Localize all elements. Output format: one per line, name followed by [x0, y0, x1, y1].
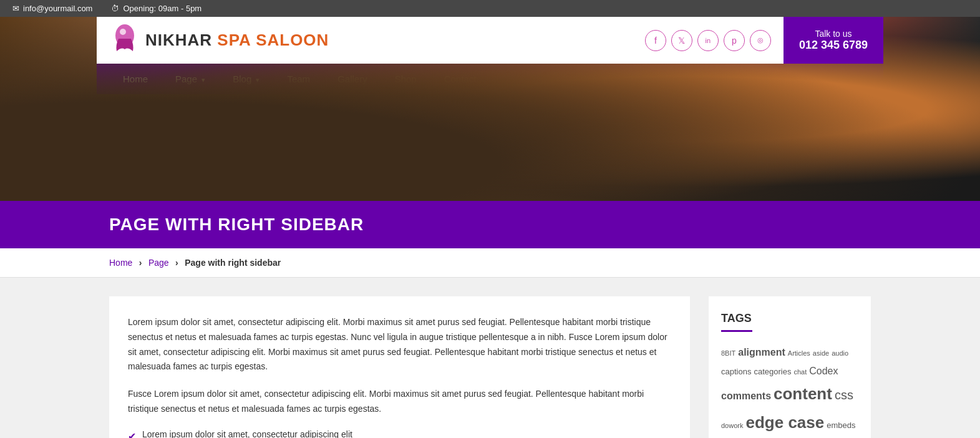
site-header: NIKHAR SPA SALOON f 𝕏 in p ◎ Talk to us … [97, 17, 883, 64]
opening-text: Opening: 09am - 5pm [123, 4, 201, 13]
logo-text: NIKHAR SPA SALOON [145, 31, 329, 50]
facebook-icon[interactable]: f [645, 30, 666, 51]
page-title-banner: PAGE WITH RIGHT SIDEBAR [0, 201, 980, 248]
checkmark-icon: ✔ [128, 431, 136, 438]
tag-aside[interactable]: aside [813, 348, 829, 359]
hero-area: NIKHAR SPA SALOON f 𝕏 in p ◎ Talk to us … [0, 17, 980, 201]
social-icons: f 𝕏 in p ◎ [645, 30, 771, 51]
tag-dowork[interactable]: dowork [721, 421, 743, 432]
logo-saloon: SALOON [251, 31, 329, 49]
linkedin-icon[interactable]: in [697, 30, 719, 51]
instagram-icon[interactable]: ◎ [750, 30, 771, 51]
tags-cloud: 8BIT alignment Articles aside audio capt… [721, 344, 858, 438]
tag-codex[interactable]: Codex [809, 363, 838, 379]
tag-alignment[interactable]: alignment [738, 344, 785, 361]
tags-title: TAGS [721, 312, 858, 325]
pinterest-icon[interactable]: p [724, 30, 745, 51]
main-content: Lorem ipsum dolor sit amet, consectetur … [0, 278, 980, 438]
logo-area: NIKHAR SPA SALOON [109, 23, 329, 57]
tag-comments[interactable]: comments [721, 388, 771, 404]
top-bar: ✉ info@yourmail.com ⏱ Opening: 09am - 5p… [0, 0, 980, 17]
tag-embeds[interactable]: embeds [827, 419, 855, 432]
tag-articles[interactable]: Articles [788, 348, 810, 359]
article-para2: Fusce Lorem ipsum dolor sit amet, consec… [128, 387, 671, 417]
page-title: PAGE WITH RIGHT SIDEBAR [109, 215, 871, 235]
tags-title-underline [721, 330, 752, 332]
logo-spa: SPA [212, 31, 251, 49]
phone-number: 012 345 6789 [799, 39, 868, 52]
logo-icon [109, 23, 140, 57]
tag-8bit[interactable]: 8BIT [721, 348, 735, 359]
article-para1: Lorem ipsum dolor sit amet, consectetur … [128, 315, 671, 374]
header-main: NIKHAR SPA SALOON f 𝕏 in p ◎ [97, 17, 784, 64]
tag-css[interactable]: css [835, 385, 853, 405]
breadcrumb-bar: Home › Page › Page with right sidebar [0, 248, 980, 278]
tag-edge-case[interactable]: edge case [745, 410, 824, 436]
mail-icon: ✉ [12, 4, 19, 13]
twitter-icon[interactable]: 𝕏 [671, 30, 692, 51]
tag-captions[interactable]: captions [721, 366, 751, 379]
email-item: ✉ info@yourmail.com [12, 4, 92, 13]
talk-label: Talk to us [815, 29, 851, 39]
tag-chat[interactable]: chat [793, 367, 807, 378]
logo-nikhar: NIKHAR [145, 31, 212, 49]
breadcrumb-page[interactable]: Page [148, 258, 169, 268]
breadcrumb-home[interactable]: Home [109, 258, 132, 268]
header-contact: Talk to us 012 345 6789 [784, 17, 883, 64]
article-list-item-1: ✔ Lorem ipsum dolor sit amet, consectetu… [128, 429, 671, 438]
breadcrumb-sep-2: › [175, 258, 178, 268]
sidebar: TAGS 8BIT alignment Articles aside audio… [709, 296, 871, 438]
clock-icon: ⏱ [111, 4, 119, 13]
svg-point-1 [120, 29, 126, 35]
tag-content[interactable]: content [774, 381, 832, 407]
tag-audio[interactable]: audio [832, 348, 848, 359]
email-text: info@yourmail.com [23, 4, 92, 13]
list-item-text: Lorem ipsum dolor sit amet, consectetur … [142, 429, 352, 438]
article-area: Lorem ipsum dolor sit amet, consectetur … [109, 296, 690, 438]
opening-item: ⏱ Opening: 09am - 5pm [111, 4, 201, 13]
breadcrumb-sep-1: › [139, 258, 142, 268]
tag-categories[interactable]: categories [754, 366, 791, 379]
breadcrumb-current: Page with right sidebar [185, 258, 281, 268]
